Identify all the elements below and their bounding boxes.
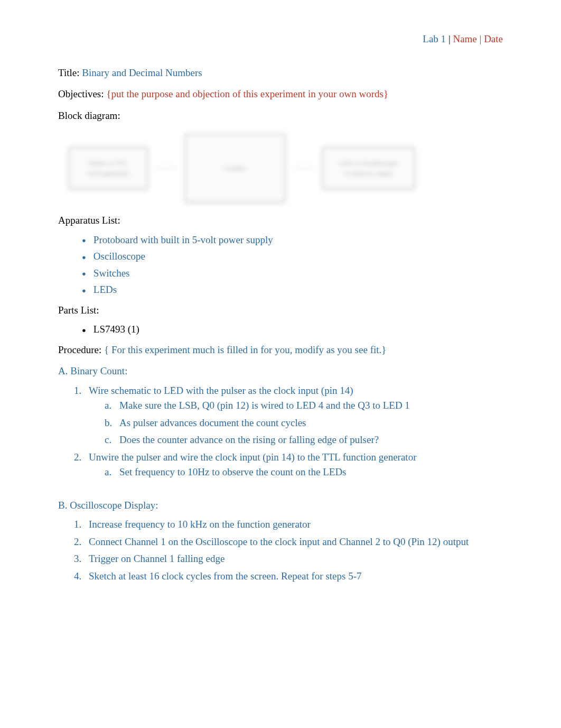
apparatus-list: Protoboard with built in 5-volt power su… — [58, 233, 503, 298]
section-b-title: B. Oscilloscope Display: — [58, 498, 503, 513]
parts-list-section: Parts List: — [58, 303, 503, 318]
student-name: Name — [453, 33, 476, 44]
lab-number: Lab 1 — [423, 33, 446, 44]
list-item: Trigger on Channel 1 falling edge — [74, 551, 503, 567]
apparatus-list-section: Apparatus List: — [58, 213, 503, 228]
list-item-text: Wire schematic to LED with the pulser as… — [89, 385, 353, 396]
separator: | — [477, 33, 484, 44]
block-diagram-label: Block diagram: — [58, 110, 120, 121]
diagram-box-output: LED or Oscilloscope to observe output — [322, 147, 415, 189]
page-header: Lab 1 | Name | Date — [58, 32, 503, 47]
list-item: Set frequency to 10Hz to observe the cou… — [105, 465, 503, 480]
diagram-connector — [293, 168, 314, 169]
section-a-list: Wire schematic to LED with the pulser as… — [58, 383, 503, 480]
list-item: As pulser advances document the count cy… — [105, 416, 503, 431]
date-field: Date — [484, 33, 503, 44]
procedure-note: { For this experiment much is filled in … — [104, 344, 386, 355]
block-diagram-section: Block diagram: — [58, 108, 503, 124]
sub-list: Make sure the LSB, Q0 (pin 12) is wired … — [89, 398, 503, 448]
list-item: Does the counter advance on the rising o… — [105, 432, 503, 448]
objectives-section: Objectives: {put the purpose and objecti… — [58, 87, 503, 102]
title-section: Title: Binary and Decimal Numbers — [58, 66, 503, 81]
section-a-title: A. Binary Count: — [58, 364, 503, 379]
list-item: Switches — [82, 266, 503, 281]
apparatus-list-label: Apparatus List: — [58, 215, 120, 226]
list-item: LEDs — [82, 282, 503, 298]
section-b-list: Increase frequency to 10 kHz on the func… — [58, 517, 503, 584]
list-item: Increase frequency to 10 kHz on the func… — [74, 517, 503, 532]
list-item: Make sure the LSB, Q0 (pin 12) is wired … — [105, 398, 503, 413]
list-item: Unwire the pulser and wire the clock inp… — [74, 450, 503, 480]
objectives-placeholder: {put the purpose and objection of this e… — [106, 88, 388, 99]
parts-list: LS7493 (1) — [58, 322, 503, 337]
title-value: Binary and Decimal Numbers — [82, 67, 202, 78]
diagram-connector — [156, 168, 177, 169]
list-item: Oscilloscope — [82, 249, 503, 264]
separator: | — [446, 33, 453, 44]
list-item: Protoboard with built in 5-volt power su… — [82, 233, 503, 248]
list-item: Connect Channel 1 on the Oscilloscope to… — [74, 535, 503, 550]
list-item: Sketch at least 16 clock cycles from the… — [74, 569, 503, 584]
list-item: LS7493 (1) — [82, 322, 503, 337]
block-diagram: Pulser or TTL clock generator Counter LE… — [69, 134, 503, 202]
title-label: Title: — [58, 67, 80, 78]
diagram-box-counter: Counter — [185, 134, 285, 202]
procedure-section: Procedure: { For this experiment much is… — [58, 343, 503, 358]
list-item: Wire schematic to LED with the pulser as… — [74, 383, 503, 448]
parts-list-label: Parts List: — [58, 305, 99, 316]
sub-list: Set frequency to 10Hz to observe the cou… — [89, 465, 503, 480]
procedure-label: Procedure: — [58, 344, 101, 355]
objectives-label: Objectives: — [58, 88, 104, 99]
list-item-text: Unwire the pulser and wire the clock inp… — [89, 451, 416, 463]
diagram-box-input: Pulser or TTL clock generator — [69, 147, 148, 189]
